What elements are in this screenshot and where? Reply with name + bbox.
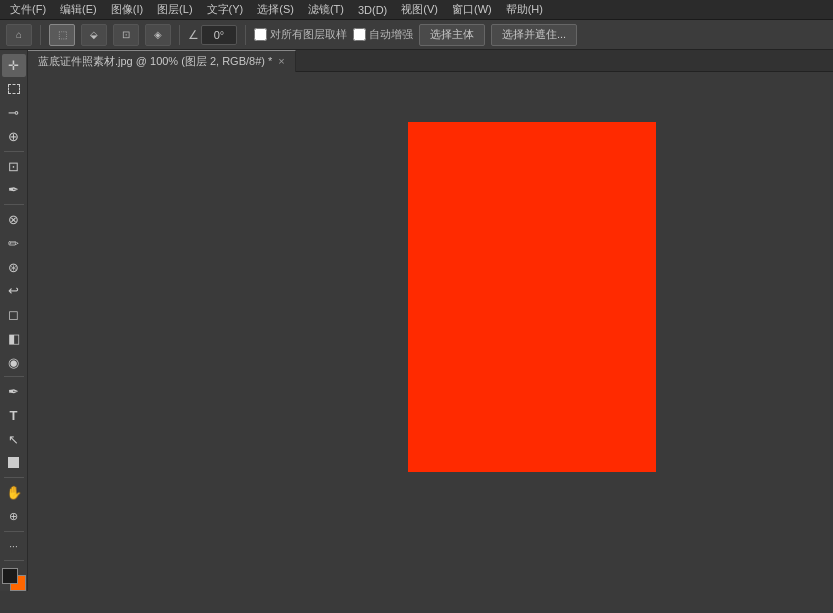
home-button[interactable]: ⌂ bbox=[6, 24, 32, 46]
menu-image[interactable]: 图像(I) bbox=[105, 0, 149, 19]
healing-icon: ⊗ bbox=[8, 212, 19, 227]
foreground-color-box[interactable] bbox=[2, 568, 18, 584]
tool-sep-5 bbox=[4, 531, 24, 532]
options-separator-1 bbox=[40, 25, 41, 45]
pen-tool-button[interactable]: ✒ bbox=[2, 380, 26, 403]
menu-3d[interactable]: 3D(D) bbox=[352, 0, 393, 19]
angle-icon: ∠ bbox=[188, 28, 199, 42]
move-icon: ✛ bbox=[8, 58, 19, 73]
extra-icon: ··· bbox=[9, 541, 17, 552]
brush-tool-button[interactable]: ✏ bbox=[2, 232, 26, 255]
marquee-tool-button[interactable] bbox=[2, 78, 26, 101]
path-select-icon: ↖ bbox=[8, 432, 19, 447]
tab-close-button[interactable]: × bbox=[278, 55, 284, 67]
tool-icon-4: ◈ bbox=[154, 29, 162, 40]
extra-tool-button[interactable]: ··· bbox=[2, 535, 26, 558]
main-area: ✛ ⊸ ⊕ ⊡ ✒ ⊗ ✏ ⊛ ↩ ◻ bbox=[0, 50, 833, 591]
select-subject-button[interactable]: 选择主体 bbox=[419, 24, 485, 46]
tool-sep-6 bbox=[4, 560, 24, 561]
tool-icon-3: ⊡ bbox=[122, 29, 130, 40]
shape-icon bbox=[8, 457, 19, 468]
menu-view[interactable]: 视图(V) bbox=[395, 0, 444, 19]
eraser-icon: ◻ bbox=[8, 307, 19, 322]
canvas-red-rectangle bbox=[408, 122, 656, 472]
menubar: 文件(F) 编辑(E) 图像(I) 图层(L) 文字(Y) 选择(S) 滤镜(T… bbox=[0, 0, 833, 20]
auto-enhance-checkbox-group[interactable]: 自动增强 bbox=[353, 27, 413, 42]
eraser-button[interactable]: ◻ bbox=[2, 303, 26, 326]
hand-icon: ✋ bbox=[6, 485, 22, 500]
menu-file[interactable]: 文件(F) bbox=[4, 0, 52, 19]
menu-layer[interactable]: 图层(L) bbox=[151, 0, 198, 19]
all-layers-checkbox-group[interactable]: 对所有图层取样 bbox=[254, 27, 347, 42]
type-tool-button[interactable]: T bbox=[2, 404, 26, 427]
canvas-area: 蓝底证件照素材.jpg @ 100% (图层 2, RGB/8#) * × bbox=[28, 50, 833, 591]
tab-title: 蓝底证件照素材.jpg @ 100% (图层 2, RGB/8#) * bbox=[38, 54, 272, 69]
path-selection-button[interactable]: ↖ bbox=[2, 428, 26, 451]
crop-tool-button[interactable]: ⊡ bbox=[2, 155, 26, 178]
zoom-icon: ⊕ bbox=[9, 510, 18, 523]
tool-sep-1 bbox=[4, 151, 24, 152]
eyedropper-button[interactable]: ✒ bbox=[2, 179, 26, 202]
tool-option-1[interactable]: ⬚ bbox=[49, 24, 75, 46]
options-separator-3 bbox=[245, 25, 246, 45]
options-bar: ⌂ ⬚ ⬙ ⊡ ◈ ∠ 对所有图层取样 自动增强 选择主体 选择并遮住... bbox=[0, 20, 833, 50]
pen-icon: ✒ bbox=[8, 384, 19, 399]
document-tab[interactable]: 蓝底证件照素材.jpg @ 100% (图层 2, RGB/8#) * × bbox=[28, 50, 296, 72]
tool-sep-3 bbox=[4, 376, 24, 377]
tool-option-3[interactable]: ⊡ bbox=[113, 24, 139, 46]
hand-tool-button[interactable]: ✋ bbox=[2, 481, 26, 504]
crop-icon: ⊡ bbox=[8, 159, 19, 174]
select-and-mask-button[interactable]: 选择并遮住... bbox=[491, 24, 577, 46]
history-icon: ↩ bbox=[8, 283, 19, 298]
healing-brush-button[interactable]: ⊗ bbox=[2, 208, 26, 231]
menu-type[interactable]: 文字(Y) bbox=[201, 0, 250, 19]
auto-enhance-label: 自动增强 bbox=[369, 27, 413, 42]
angle-input[interactable] bbox=[201, 25, 237, 45]
options-separator-2 bbox=[179, 25, 180, 45]
tool-icon-1: ⬚ bbox=[58, 29, 67, 40]
history-brush-button[interactable]: ↩ bbox=[2, 280, 26, 303]
canvas-content[interactable] bbox=[28, 72, 833, 591]
gradient-button[interactable]: ◧ bbox=[2, 327, 26, 350]
brush-icon: ✏ bbox=[8, 236, 19, 251]
all-layers-label: 对所有图层取样 bbox=[270, 27, 347, 42]
auto-enhance-checkbox[interactable] bbox=[353, 28, 366, 41]
zoom-tool-button[interactable]: ⊕ bbox=[2, 505, 26, 528]
home-icon: ⌂ bbox=[16, 29, 22, 40]
shape-tool-button[interactable] bbox=[2, 452, 26, 475]
type-icon: T bbox=[10, 408, 18, 423]
menu-select[interactable]: 选择(S) bbox=[251, 0, 300, 19]
blur-icon: ◉ bbox=[8, 355, 19, 370]
all-layers-checkbox[interactable] bbox=[254, 28, 267, 41]
eyedropper-icon: ✒ bbox=[8, 182, 19, 197]
color-swatch[interactable] bbox=[2, 568, 26, 591]
gradient-icon: ◧ bbox=[8, 331, 20, 346]
quick-selection-button[interactable]: ⊕ bbox=[2, 125, 26, 148]
tool-option-4[interactable]: ◈ bbox=[145, 24, 171, 46]
menu-filter[interactable]: 滤镜(T) bbox=[302, 0, 350, 19]
menu-help[interactable]: 帮助(H) bbox=[500, 0, 549, 19]
tool-option-2[interactable]: ⬙ bbox=[81, 24, 107, 46]
quick-select-icon: ⊕ bbox=[8, 129, 19, 144]
move-tool-button[interactable]: ✛ bbox=[2, 54, 26, 77]
stamp-tool-button[interactable]: ⊛ bbox=[2, 256, 26, 279]
menu-edit[interactable]: 编辑(E) bbox=[54, 0, 103, 19]
stamp-icon: ⊛ bbox=[8, 260, 19, 275]
tool-icon-2: ⬙ bbox=[90, 29, 98, 40]
toolbar: ✛ ⊸ ⊕ ⊡ ✒ ⊗ ✏ ⊛ ↩ ◻ bbox=[0, 50, 28, 591]
tab-bar: 蓝底证件照素材.jpg @ 100% (图层 2, RGB/8#) * × bbox=[28, 50, 833, 72]
menu-window[interactable]: 窗口(W) bbox=[446, 0, 498, 19]
tool-sep-2 bbox=[4, 204, 24, 205]
lasso-tool-button[interactable]: ⊸ bbox=[2, 101, 26, 124]
marquee-icon bbox=[8, 84, 20, 94]
blur-button[interactable]: ◉ bbox=[2, 351, 26, 374]
lasso-icon: ⊸ bbox=[8, 105, 19, 120]
tool-sep-4 bbox=[4, 477, 24, 478]
